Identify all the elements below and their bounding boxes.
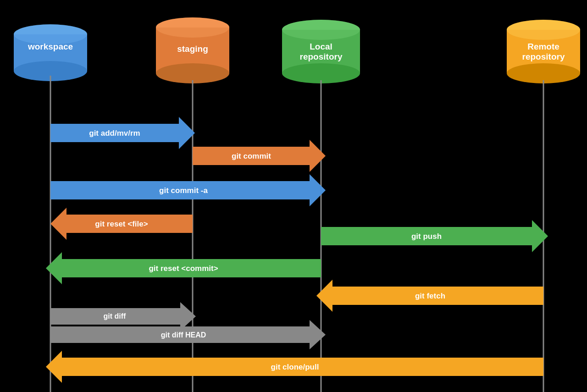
git-workflow-diagram: workspace staging Local repository Remot… <box>0 0 587 392</box>
svg-text:git diff HEAD: git diff HEAD <box>161 331 206 339</box>
svg-text:repository: repository <box>522 52 565 61</box>
svg-text:git commit -a: git commit -a <box>159 186 208 195</box>
svg-text:staging: staging <box>177 44 208 54</box>
svg-text:git clone/pull: git clone/pull <box>271 363 319 371</box>
svg-text:repository: repository <box>300 52 343 61</box>
svg-point-11 <box>282 20 360 40</box>
svg-text:git reset <file>: git reset <file> <box>95 220 148 228</box>
svg-text:Local: Local <box>310 42 332 51</box>
svg-text:git push: git push <box>411 232 442 241</box>
svg-point-7 <box>156 17 229 38</box>
svg-point-15 <box>507 20 580 40</box>
svg-text:git diff: git diff <box>104 312 127 320</box>
svg-text:git add/mv/rm: git add/mv/rm <box>89 129 140 138</box>
svg-text:workspace: workspace <box>28 42 73 51</box>
svg-text:git commit: git commit <box>232 152 271 160</box>
svg-text:git fetch: git fetch <box>415 292 445 300</box>
svg-text:git reset <commit>: git reset <commit> <box>149 264 218 273</box>
svg-text:Remote: Remote <box>527 42 559 51</box>
